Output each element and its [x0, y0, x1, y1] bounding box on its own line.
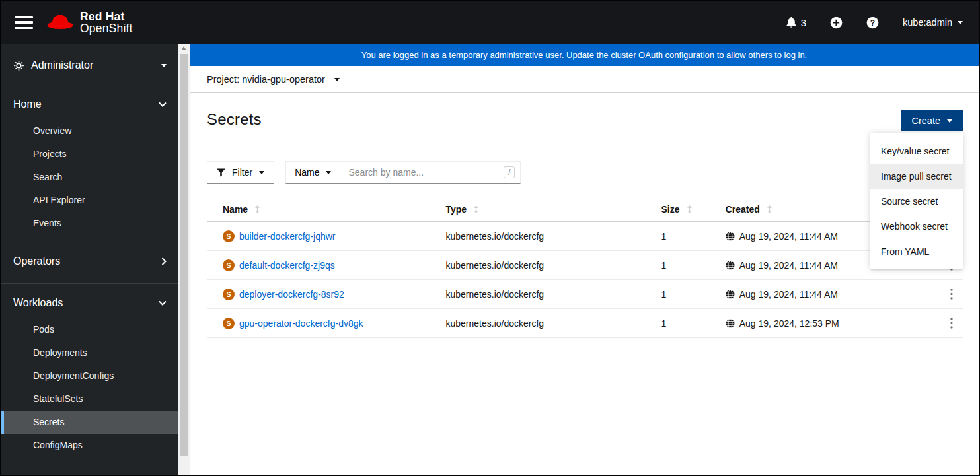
- sort-arrows-icon: [767, 205, 773, 214]
- menu-item-webhook-secret[interactable]: Webhook secret: [870, 214, 963, 239]
- column-header-type[interactable]: Type: [430, 199, 645, 221]
- sort-arrows-icon: [254, 205, 260, 214]
- svg-text:?: ?: [870, 18, 875, 27]
- nav-heading-operators[interactable]: Operators: [1, 246, 178, 277]
- column-header-name[interactable]: Name: [207, 199, 430, 221]
- username: kube:admin: [903, 17, 952, 28]
- sidebar-nav: Administrator Home Overview Projects Sea…: [1, 44, 178, 475]
- perspective-label: Administrator: [31, 59, 93, 71]
- banner-text-after: to allow others to log in.: [714, 50, 807, 60]
- kebab-menu-button[interactable]: [925, 289, 963, 300]
- filter-dropdown[interactable]: Filter: [207, 161, 274, 184]
- table-row: S deployer-dockercfg-8sr92 kubernetes.io…: [207, 280, 963, 309]
- table-row: S default-dockercfg-zj9qs kubernetes.io/…: [207, 251, 963, 280]
- secret-type: kubernetes.io/dockercfg: [430, 289, 645, 300]
- sidebar-scrollbar[interactable]: [178, 44, 190, 475]
- secret-name-link[interactable]: default-dockercfg-zj9qs: [239, 260, 335, 271]
- create-button[interactable]: Create: [901, 110, 963, 131]
- search-box: /: [340, 161, 521, 184]
- sidebar-item-deployments[interactable]: Deployments: [1, 341, 178, 364]
- notification-count: 3: [801, 17, 806, 28]
- banner-text-before: You are logged in as a temporary adminis…: [361, 50, 611, 60]
- table-row: S builder-dockercfg-jqhwr kubernetes.io/…: [207, 222, 963, 251]
- sidebar-item-search[interactable]: Search: [1, 166, 178, 189]
- nav-heading-home[interactable]: Home: [1, 89, 178, 119]
- column-header-size[interactable]: Size: [646, 199, 710, 221]
- menu-item-key-value-secret[interactable]: Key/value secret: [870, 139, 963, 164]
- bell-icon: [786, 17, 797, 28]
- sort-arrows-icon: [687, 205, 693, 214]
- nav-section-operators: Operators: [1, 242, 178, 283]
- table-row: S gpu-operator-dockercfg-dv8gk kubernete…: [207, 309, 963, 338]
- secret-name-link[interactable]: gpu-operator-dockercfg-dv8gk: [239, 318, 363, 329]
- nav-section-workloads: Workloads Pods Deployments DeploymentCon…: [1, 283, 178, 463]
- chevron-down-icon: [326, 171, 331, 174]
- globe-icon: [726, 290, 735, 299]
- question-circle-icon: ?: [866, 17, 879, 29]
- secrets-table: Name Type Size: [207, 199, 963, 338]
- globe-icon: [726, 319, 735, 328]
- oauth-config-link[interactable]: cluster OAuth configuration: [611, 50, 714, 60]
- secret-badge-icon: S: [223, 230, 235, 242]
- nav-section-home: Home Overview Projects Search API Explor…: [1, 85, 178, 242]
- chevron-down-icon: [334, 78, 340, 81]
- sidebar-item-deploymentconfigs[interactable]: DeploymentConfigs: [1, 364, 178, 388]
- menu-item-source-secret[interactable]: Source secret: [870, 189, 963, 214]
- secret-size: 1: [646, 231, 710, 242]
- chevron-right-icon: [161, 257, 167, 265]
- login-banner: You are logged in as a temporary adminis…: [190, 44, 979, 66]
- kebab-menu-button[interactable]: [925, 318, 963, 329]
- globe-icon: [726, 232, 735, 241]
- sidebar-item-statefulsets[interactable]: StatefulSets: [1, 388, 178, 411]
- sidebar-item-projects[interactable]: Projects: [1, 143, 178, 166]
- sidebar-item-api-explorer[interactable]: API Explorer: [1, 189, 178, 212]
- chevron-down-icon: [159, 300, 167, 306]
- filter-funnel-icon: [217, 168, 225, 177]
- search-type-dropdown[interactable]: Name: [285, 161, 340, 184]
- main-content: You are logged in as a temporary adminis…: [190, 44, 979, 475]
- page-title: Secrets: [207, 110, 262, 129]
- sidebar-item-events[interactable]: Events: [1, 212, 178, 235]
- secret-name-link[interactable]: builder-dockercfg-jqhwr: [239, 231, 336, 242]
- plus-circle-icon: [830, 17, 843, 29]
- secret-badge-icon: S: [223, 259, 235, 271]
- add-button[interactable]: [830, 17, 843, 29]
- chevron-down-icon: [958, 21, 963, 24]
- app-window: Red Hat OpenShift 3: [0, 0, 980, 476]
- chevron-down-icon: [947, 119, 952, 123]
- nav-heading-workloads[interactable]: Workloads: [1, 288, 178, 318]
- secret-size: 1: [646, 318, 710, 329]
- create-dropdown-menu: Key/value secret Image pull secret Sourc…: [870, 133, 963, 269]
- menu-item-from-yaml[interactable]: From YAML: [870, 239, 963, 264]
- project-selector[interactable]: Project: nvidia-gpu-operator: [190, 66, 979, 93]
- perspective-switcher[interactable]: Administrator: [1, 44, 178, 85]
- chevron-down-icon: [161, 64, 167, 67]
- brand-logo[interactable]: Red Hat OpenShift: [46, 11, 133, 35]
- sidebar-item-configmaps[interactable]: ConfigMaps: [1, 434, 178, 457]
- chevron-down-icon: [159, 102, 167, 107]
- masthead: Red Hat OpenShift 3: [1, 1, 979, 44]
- secret-badge-icon: S: [223, 289, 235, 300]
- sidebar-item-overview[interactable]: Overview: [1, 119, 178, 143]
- sort-arrows-icon: [473, 205, 479, 214]
- secret-type: kubernetes.io/dockercfg: [430, 318, 645, 329]
- secret-name-link[interactable]: deployer-dockercfg-8sr92: [239, 289, 344, 300]
- slash-shortcut-badge: /: [504, 166, 515, 178]
- sidebar-item-pods[interactable]: Pods: [1, 318, 178, 341]
- scrollbar-up-arrow-icon[interactable]: [181, 46, 186, 50]
- secret-type: kubernetes.io/dockercfg: [430, 260, 645, 271]
- secret-size: 1: [646, 260, 710, 271]
- scrollbar-thumb[interactable]: [180, 54, 188, 456]
- secret-size: 1: [646, 289, 710, 300]
- app-launcher-icon[interactable]: [749, 16, 762, 29]
- redhat-fedora-icon: [46, 13, 74, 32]
- menu-toggle-icon[interactable]: [15, 16, 33, 29]
- secret-badge-icon: S: [223, 318, 235, 329]
- menu-item-image-pull-secret[interactable]: Image pull secret: [870, 164, 963, 189]
- search-input[interactable]: [348, 167, 504, 178]
- user-menu[interactable]: kube:admin: [903, 17, 963, 28]
- table-body: S builder-dockercfg-jqhwr kubernetes.io/…: [207, 222, 963, 338]
- help-button[interactable]: ?: [866, 17, 879, 29]
- notifications-button[interactable]: 3: [786, 17, 806, 28]
- sidebar-item-secrets[interactable]: Secrets: [1, 411, 178, 434]
